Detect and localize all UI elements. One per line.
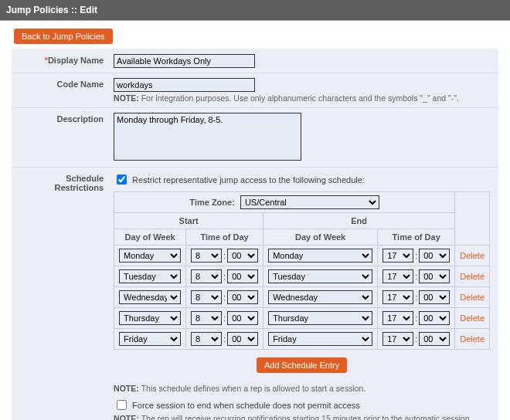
start-dow-select[interactable]: Monday [119, 249, 181, 262]
delete-row-link[interactable]: Delete [460, 334, 484, 344]
timezone-label: Time Zone: [189, 198, 234, 207]
display-name-input[interactable] [114, 54, 255, 68]
delete-row-link[interactable]: Delete [460, 313, 484, 323]
start-dow-select[interactable]: Thursday [119, 311, 181, 325]
back-to-policies-button[interactable]: Back to Jump Policies [14, 29, 113, 44]
end-dow-select[interactable]: Friday [268, 332, 372, 346]
col-end-tod: Time of Day [378, 229, 455, 246]
schedule-note: NOTE: This schedule defines when a rep i… [114, 384, 490, 393]
start-minute-select[interactable]: 00 [227, 249, 258, 262]
start-hour-select[interactable]: 8 [191, 311, 222, 325]
schedule-table: Time Zone: US/Central Start End [114, 191, 490, 381]
end-hour-select[interactable]: 17 [382, 311, 413, 325]
page-title: Jump Policies :: Edit [0, 0, 510, 21]
start-hour-select[interactable]: 8 [191, 269, 222, 283]
start-hour-select[interactable]: 8 [191, 290, 222, 304]
start-dow-select[interactable]: Friday [119, 332, 181, 346]
delete-row-link[interactable]: Delete [460, 251, 484, 260]
col-start-header: Start [114, 213, 264, 229]
table-row: Friday8 : 00Friday17 : 00Delete [114, 329, 490, 350]
end-minute-select[interactable]: 00 [419, 290, 450, 304]
end-minute-select[interactable]: 00 [419, 332, 450, 346]
table-row: Thursday8 : 00Thursday17 : 00Delete [114, 308, 490, 329]
col-start-dow: Day of Week [114, 229, 186, 246]
label-display-name: *Display Name [12, 49, 109, 73]
code-name-input[interactable] [114, 78, 255, 92]
end-minute-select[interactable]: 00 [419, 249, 450, 262]
label-schedule: Schedule Restrictions [12, 168, 109, 421]
label-description: Description [12, 108, 109, 168]
start-hour-select[interactable]: 8 [191, 332, 222, 346]
end-hour-select[interactable]: 17 [382, 249, 413, 262]
start-minute-select[interactable]: 00 [227, 332, 258, 346]
end-hour-select[interactable]: 17 [382, 332, 413, 346]
code-name-note: NOTE: For integration purposes. Use only… [114, 93, 490, 103]
timezone-row: Time Zone: US/Central [114, 192, 490, 213]
add-schedule-entry-button[interactable]: Add Schedule Entry [257, 357, 347, 373]
table-row: Monday8 : 00Monday17 : 00Delete [114, 246, 490, 266]
start-dow-select[interactable]: Tuesday [119, 269, 181, 283]
force-end-checkbox-row[interactable]: Force session to end when schedule does … [114, 398, 490, 412]
col-end-dow: Day of Week [264, 229, 378, 246]
end-dow-select[interactable]: Monday [268, 249, 372, 262]
restrict-schedule-checkbox[interactable] [117, 174, 127, 185]
end-minute-select[interactable]: 00 [419, 311, 450, 325]
start-minute-select[interactable]: 00 [227, 269, 258, 283]
delete-row-link[interactable]: Delete [460, 272, 484, 281]
start-minute-select[interactable]: 00 [227, 311, 258, 325]
start-hour-select[interactable]: 8 [191, 249, 222, 262]
end-dow-select[interactable]: Tuesday [268, 269, 372, 283]
timezone-select[interactable]: US/Central [240, 195, 379, 209]
description-textarea[interactable]: Monday through Friday, 8-5. [114, 113, 301, 161]
restrict-schedule-checkbox-row[interactable]: Restrict representative jump access to t… [114, 172, 490, 187]
end-minute-select[interactable]: 00 [419, 269, 450, 283]
end-dow-select[interactable]: Thursday [268, 311, 372, 325]
start-dow-select[interactable]: Wednesday [119, 290, 181, 304]
end-dow-select[interactable]: Wednesday [268, 290, 372, 304]
label-code-name: Code Name [12, 73, 109, 108]
end-hour-select[interactable]: 17 [382, 269, 413, 283]
delete-row-link[interactable]: Delete [460, 293, 484, 302]
end-hour-select[interactable]: 17 [382, 290, 413, 304]
table-row: Wednesday8 : 00Wednesday17 : 00Delete [114, 287, 490, 308]
col-end-header: End [264, 213, 455, 229]
force-end-note: NOTE: The rep will receive recurring not… [114, 414, 490, 420]
start-minute-select[interactable]: 00 [227, 290, 258, 304]
force-end-checkbox[interactable] [117, 400, 127, 410]
col-start-tod: Time of Day [186, 229, 264, 246]
table-row: Tuesday8 : 00Tuesday17 : 00Delete [114, 266, 490, 287]
